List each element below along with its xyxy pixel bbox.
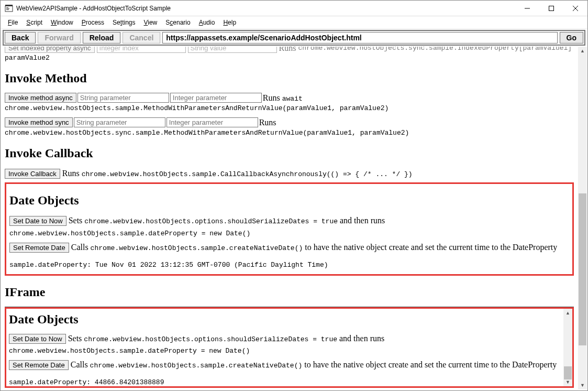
scroll-down-icon[interactable]: ▼ — [579, 381, 586, 389]
svg-rect-6 — [549, 6, 554, 10]
runs-label: Runs — [279, 47, 296, 53]
iframe-set-remote-date-row: Set Remote Date Calls chrome.webview.hos… — [9, 359, 570, 371]
go-button[interactable]: Go — [560, 32, 583, 44]
iframe-scrollbar[interactable]: ▲ ▼ — [563, 309, 572, 386]
set-indexed-row: Set indexed property async Runs chrome.w… — [5, 47, 574, 53]
iframe-container: Date Objects Set Date to Now Sets chrome… — [5, 307, 574, 388]
date-code2: chrome.webview.hostObjects.sample.datePr… — [9, 230, 250, 237]
date-objects-heading: Date Objects — [9, 193, 569, 208]
date-result: sample.dateProperty: Tue Nov 01 2022 13:… — [9, 261, 569, 269]
sets-label: Sets — [69, 216, 83, 225]
iframe-calls-label: Calls — [71, 360, 88, 369]
iframe-set-remote-date-button[interactable]: Set Remote Date — [9, 360, 69, 370]
scroll-up-icon[interactable]: ▲ — [579, 47, 586, 55]
sync-integer-param-input[interactable] — [167, 117, 258, 127]
scroll-thumb[interactable] — [579, 193, 586, 345]
invoke-method-async-button[interactable]: Invoke method async — [5, 93, 76, 103]
date-code3: chrome.webview.hostObjects.sample.create… — [91, 244, 303, 252]
date-objects-section: Date Objects Set Date to Now Sets chrome… — [5, 182, 574, 275]
svg-rect-2 — [6, 7, 8, 8]
callback-code: chrome.webview.hostObjects.sample.CallCa… — [82, 170, 413, 178]
invoke-callback-heading: Invoke Callback — [5, 146, 574, 160]
cancel-button[interactable]: Cancel — [123, 32, 160, 44]
app-window: WebView2APISample - AddHostObjectToScrip… — [0, 0, 588, 391]
async-integer-param-input[interactable] — [170, 93, 262, 103]
iframe-date-result: sample.dateProperty: 44866.84201388889 — [9, 378, 570, 386]
invoke-async-row: Invoke method async Runs await — [5, 93, 574, 103]
menu-scenario[interactable]: Scenario — [161, 18, 194, 27]
iframe-set-date-now-row: Set Date to Now Sets chrome.webview.host… — [9, 333, 570, 356]
svg-rect-1 — [5, 5, 13, 6]
iframe-date-tail: to have the native object create and set… — [304, 360, 557, 369]
close-button[interactable] — [563, 1, 587, 16]
menu-view[interactable]: View — [139, 18, 161, 27]
forward-button[interactable]: Forward — [38, 32, 80, 44]
menu-script[interactable]: Script — [22, 18, 47, 27]
menu-file[interactable]: File — [4, 18, 22, 27]
invoke-method-heading: Invoke Method — [5, 71, 574, 85]
date-tail: to have the native object create and set… — [305, 243, 557, 252]
menu-bar: File Script Window Process Settings View… — [1, 16, 587, 29]
menu-process[interactable]: Process — [77, 18, 108, 27]
svg-rect-4 — [6, 9, 9, 10]
iframe-date-code3: chrome.webview.hostObjects.sample.create… — [90, 362, 303, 370]
menu-help[interactable]: Help — [219, 18, 240, 27]
maximize-button[interactable] — [539, 1, 563, 16]
invoke-sync-row: Invoke method sync Runs — [5, 117, 574, 127]
invoke-method-sync-button[interactable]: Invoke method sync — [5, 117, 73, 127]
sync-runs-label: Runs — [259, 118, 276, 127]
menu-settings[interactable]: Settings — [108, 18, 139, 27]
iframe-set-date-to-now-button[interactable]: Set Date to Now — [9, 334, 66, 344]
app-icon — [5, 4, 13, 13]
sync-string-param-input[interactable] — [74, 117, 165, 127]
minimize-button[interactable] — [515, 1, 539, 16]
invoke-callback-row: Invoke Callback Runs chrome.webview.host… — [5, 168, 574, 179]
set-remote-date-button[interactable]: Set Remote Date — [9, 243, 69, 253]
nav-toolbar: Back Forward Reload Cancel Go — [3, 30, 585, 46]
iframe-sets-label: Sets — [68, 334, 82, 343]
and-then-label: and then runs — [340, 216, 385, 225]
invoke-callback-button[interactable]: Invoke Callback — [5, 169, 60, 179]
iframe-scroll-down-icon[interactable]: ▼ — [564, 378, 572, 386]
set-date-now-row: Set Date to Now Sets chrome.webview.host… — [9, 215, 569, 238]
callback-runs-label: Runs — [62, 169, 80, 178]
address-bar[interactable] — [162, 32, 557, 44]
set-indexed-property-button[interactable]: Set indexed property async — [5, 47, 95, 53]
param-value2-wrap: paramValue2 — [5, 54, 574, 62]
window-title: WebView2APISample - AddHostObjectToScrip… — [16, 5, 515, 12]
iframe-and-then-label: and then runs — [339, 334, 384, 343]
content-scroll[interactable]: Set indexed property async Runs chrome.w… — [1, 47, 578, 390]
menu-window[interactable]: Window — [47, 18, 77, 27]
menu-audio[interactable]: Audio — [195, 18, 219, 27]
runs-await-label: Runs await — [263, 93, 303, 103]
string-value-input[interactable] — [188, 47, 277, 53]
calls-label: Calls — [71, 243, 88, 252]
reload-button[interactable]: Reload — [83, 32, 121, 44]
iframe-date-code2: chrome.webview.hostObjects.sample.datePr… — [9, 347, 250, 355]
async-string-param-input[interactable] — [77, 93, 169, 103]
main-scrollbar[interactable]: ▲ ▼ — [578, 47, 587, 389]
iframe-date-heading: Date Objects — [9, 312, 570, 327]
date-code1: chrome.webview.hostObjects.options.shoul… — [84, 218, 338, 225]
webview-content: Set indexed property async Runs chrome.w… — [1, 47, 587, 390]
back-button[interactable]: Back — [5, 32, 36, 44]
sync-code-line: chrome.webview.hostObjects.sync.sample.M… — [5, 129, 574, 137]
iframe-scroll-up-icon[interactable]: ▲ — [564, 309, 572, 317]
set-date-to-now-button[interactable]: Set Date to Now — [9, 216, 66, 226]
iframe-heading: IFrame — [5, 285, 574, 299]
svg-rect-3 — [6, 8, 9, 9]
integer-index-input[interactable] — [97, 47, 186, 53]
async-code-line: chrome.webview.hostObjects.sample.Method… — [5, 104, 574, 112]
top-code: chrome.webview.hostObjects.sync.sample.I… — [298, 47, 574, 52]
set-remote-date-row: Set Remote Date Calls chrome.webview.hos… — [9, 242, 569, 253]
title-bar: WebView2APISample - AddHostObjectToScrip… — [1, 1, 587, 16]
iframe-date-code1: chrome.webview.hostObjects.options.shoul… — [84, 335, 337, 343]
